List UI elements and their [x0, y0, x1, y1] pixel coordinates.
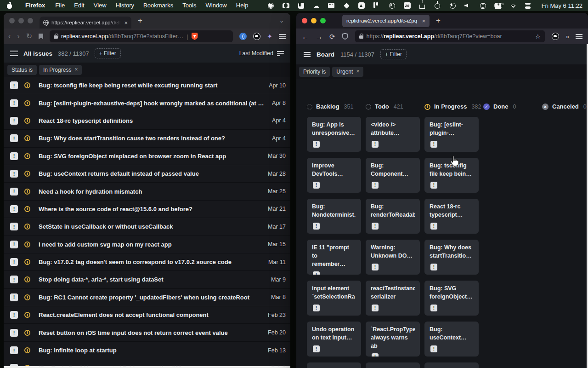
close-window-button[interactable]: [9, 18, 15, 23]
board-card[interactable]: Undo operation on text input…: [307, 322, 361, 356]
reload-button[interactable]: ↻: [26, 33, 32, 40]
add-filter-button[interactable]: + Filter: [380, 49, 407, 59]
bookmark-icon[interactable]: [39, 34, 43, 40]
menu-file[interactable]: File: [51, 0, 69, 11]
board-card[interactable]: input element `setSelectionRa: [307, 281, 361, 316]
warp-icon[interactable]: [358, 2, 366, 9]
board-card[interactable]: Improve DevTools…: [307, 158, 361, 193]
add-filter-button[interactable]: + Filter: [95, 48, 121, 58]
issue-row[interactable]: Bug: Infinite loop at startup Feb 13: [4, 342, 290, 359]
forward-button[interactable]: ›: [17, 33, 19, 40]
board-card[interactable]: Bug: SVG foreignObject…: [424, 281, 479, 316]
board-card[interactable]: Bug: Why does startTransitio…: [424, 240, 479, 275]
new-tab-button[interactable]: +: [138, 16, 142, 25]
issue-row[interactable]: Bug: SVG foreignObject misplaced on brow…: [4, 148, 290, 165]
menu-window[interactable]: Window: [201, 0, 232, 11]
menu-bar-clock[interactable]: Fri May 6 11:22: [542, 2, 582, 9]
battery-charging-icon[interactable]: [494, 2, 502, 9]
volume-icon[interactable]: [464, 2, 472, 9]
issue-row[interactable]: SetState in useCallback or without useCa…: [4, 218, 290, 236]
bookmark-star-icon[interactable]: ☆: [535, 33, 541, 40]
dropbox-icon[interactable]: [343, 2, 351, 9]
filter-chip-urgent[interactable]: Urgent×: [332, 67, 363, 77]
address-bar[interactable]: https://repliear.vercel.app/d/8bTaoq7F0e…: [355, 30, 545, 42]
wifi-icon[interactable]: [509, 2, 517, 9]
issue-row[interactable]: Bug: [eslint-plugin-exhaustive-deps] hoo…: [4, 94, 290, 112]
board-card[interactable]: Bug: Component…: [366, 158, 420, 193]
browser-menu-icon[interactable]: [279, 34, 286, 39]
back-button[interactable]: ←: [302, 33, 309, 40]
sparkle-extension-icon[interactable]: ✦: [267, 33, 272, 40]
menu-view[interactable]: View: [89, 0, 111, 11]
tab-close-icon[interactable]: ×: [124, 20, 128, 26]
board-card[interactable]: Need a hook for hydration…: [424, 362, 479, 368]
zoom-window-button[interactable]: [320, 18, 326, 23]
board-card[interactable]: Bug: renderToReadab: [366, 199, 420, 234]
minimize-window-button[interactable]: [18, 18, 24, 23]
media-pause-icon[interactable]: [297, 2, 305, 9]
board-card[interactable]: reactTestInstanc serializer: [366, 281, 420, 316]
board-card[interactable]: Bug: [eslint- plugin-…: [424, 117, 479, 152]
tracking-protection-shield-icon[interactable]: [342, 33, 348, 40]
tab-close-icon[interactable]: ×: [422, 18, 425, 24]
close-window-button[interactable]: [302, 18, 307, 23]
issue-row[interactable]: Reset button on iOS time input does not …: [4, 324, 290, 341]
board-card[interactable]: Bug: useContext…: [424, 322, 479, 356]
back-button[interactable]: ‹: [8, 33, 11, 40]
board-card[interactable]: Bug: Nondeterminist.: [307, 199, 361, 234]
cloud-icon[interactable]: ☁: [312, 2, 320, 9]
brave-shield-icon[interactable]: [192, 33, 198, 40]
onepassword-extension-icon[interactable]: [239, 33, 247, 40]
issue-row[interactable]: Bug: RC1 Cannot create property '_update…: [4, 289, 290, 306]
filter-chip-status[interactable]: Status is: [7, 65, 37, 75]
tab-list-chevron-icon[interactable]: ⌄: [279, 17, 284, 24]
screen-record-icon[interactable]: [267, 2, 275, 9]
menu-bookmarks[interactable]: Bookmarks: [139, 0, 178, 11]
menu-edit[interactable]: Edit: [69, 0, 89, 11]
siri-icon[interactable]: [479, 2, 487, 9]
board-card[interactable]: IE 11 "prompt to remember…: [307, 240, 361, 275]
browser-tab[interactable]: https://repliear.vercel.app/d/8b ×: [40, 17, 131, 29]
remove-filter-icon[interactable]: ×: [74, 68, 78, 72]
issue-row[interactable]: Stop doing data-*, aria-*, start using d…: [4, 271, 290, 288]
reload-button[interactable]: ⟳: [329, 33, 335, 40]
issue-row[interactable]: React 18-rc typescript definitions Apr 4: [4, 112, 290, 130]
onepassword-icon[interactable]: [388, 2, 396, 9]
board-card[interactable]: Warning: Unknown DO…: [366, 240, 420, 275]
issue-row[interactable]: Bug: v17.0.2 tag doesn't seem to corresp…: [4, 253, 290, 271]
filter-chip-priority[interactable]: Priority is: [299, 67, 330, 77]
browser-tab[interactable]: replidraw2.vercel.app/d/c-iZpq ×: [342, 15, 430, 27]
menu-tools[interactable]: Tools: [178, 0, 201, 11]
board-card[interactable]: React 18-rc typescript…: [424, 199, 479, 234]
issue-row[interactable]: Where is the source code of react@15.6.0…: [4, 201, 290, 218]
board-card[interactable]: `React.PropType always warns ab: [366, 322, 420, 356]
menu-help[interactable]: Help: [232, 0, 253, 11]
sidebar-menu-icon[interactable]: [10, 51, 18, 56]
browser-menu-icon[interactable]: [576, 34, 582, 39]
address-bar[interactable]: repliear.vercel.app/d/8bTaoq7F0e?statusF…: [50, 30, 233, 42]
camera-icon[interactable]: [282, 2, 290, 9]
menu-app-name[interactable]: Firefox: [21, 0, 51, 11]
minimize-window-button[interactable]: [311, 18, 317, 23]
sort-icon[interactable]: [277, 51, 284, 56]
zoom-window-button[interactable]: [28, 18, 33, 23]
issue-row[interactable]: I need to add custom svg map on my react…: [4, 236, 290, 253]
github-extension-icon[interactable]: [253, 33, 260, 40]
board-card[interactable]: [Feature request] expo…: [366, 362, 420, 368]
sidebar-menu-icon[interactable]: [304, 52, 311, 57]
power-icon[interactable]: [434, 2, 441, 9]
github-icon[interactable]: [552, 33, 559, 40]
filter-chip-in-progress[interactable]: In Progress×: [39, 65, 82, 75]
calendar-icon[interactable]: 29: [403, 2, 411, 9]
upload-icon[interactable]: [418, 2, 426, 9]
remove-filter-icon[interactable]: ×: [356, 69, 359, 74]
menu-history[interactable]: History: [111, 0, 139, 11]
overflow-chevrons-icon[interactable]: »: [566, 33, 569, 40]
apple-menu-icon[interactable]: [6, 2, 12, 9]
new-tab-button[interactable]: +: [436, 16, 441, 25]
toggles-icon[interactable]: [525, 2, 532, 9]
issue-row[interactable]: Bug: Why does startTransition cause two …: [4, 130, 290, 147]
forward-button[interactable]: →: [316, 33, 322, 40]
board-card[interactable]: Support asynchronous…: [307, 362, 361, 368]
board-card[interactable]: <video /> attribute…: [366, 117, 420, 152]
